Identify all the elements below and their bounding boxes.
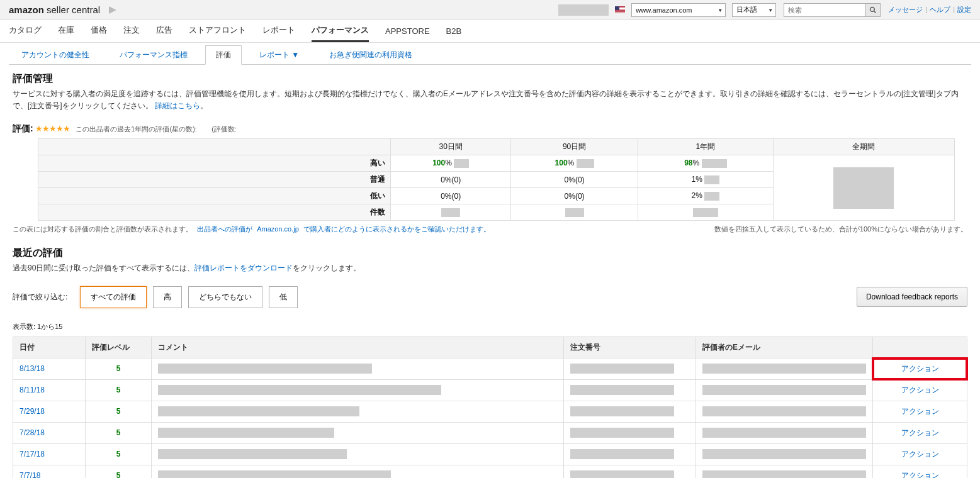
feedback-comment xyxy=(152,401,564,422)
feedback-level: 5 xyxy=(86,401,152,422)
subnav-item-1[interactable]: パフォーマンス指標 xyxy=(120,46,188,64)
stats-row-label: 高い xyxy=(38,155,391,172)
filter-button-0[interactable]: すべての評価 xyxy=(80,286,147,308)
feedback-email xyxy=(696,401,873,422)
download-report-link[interactable]: 評価レポートをダウンロード xyxy=(194,264,293,272)
svg-point-8 xyxy=(870,7,874,11)
feedback-row: 7/7/185アクション xyxy=(13,465,967,478)
display-info-link[interactable]: で購入者にどのように表示されるかをご確認いただけます。 xyxy=(303,225,490,233)
subnav-item-2[interactable]: 評価 xyxy=(205,45,242,65)
stats-header: 1年間 xyxy=(638,139,773,155)
mainnav-item-9[interactable]: B2B xyxy=(446,26,462,42)
feedback-row: 8/11/185アクション xyxy=(13,379,967,401)
feedback-header: コメント xyxy=(152,336,564,358)
stats-cell: 0%(0) xyxy=(511,172,638,188)
mainnav-item-3[interactable]: 注文 xyxy=(123,25,140,42)
feedback-order xyxy=(564,443,696,465)
svg-rect-7 xyxy=(615,6,619,10)
mainnav-item-1[interactable]: 在庫 xyxy=(58,25,74,42)
stats-header: 30日間 xyxy=(391,139,511,155)
stats-cell: 1% xyxy=(638,172,773,188)
mainnav-item-4[interactable]: 広告 xyxy=(156,25,172,42)
download-feedback-button[interactable]: Download feedback reports xyxy=(857,287,967,307)
stats-cell: 0%(0) xyxy=(391,188,511,204)
settings-link[interactable]: 設定 xyxy=(957,6,971,13)
feedback-action-link[interactable]: アクション xyxy=(901,386,939,394)
stats-cell xyxy=(511,204,638,221)
feedback-action-link[interactable]: アクション xyxy=(901,428,939,437)
feedback-row: 7/29/185アクション xyxy=(13,401,967,422)
subnav-item-0[interactable]: アカウントの健全性 xyxy=(21,46,89,64)
mainnav-item-5[interactable]: ストアフロント xyxy=(189,25,246,42)
feedback-action-link[interactable]: アクション xyxy=(901,364,939,373)
search-button[interactable] xyxy=(865,3,881,17)
help-link[interactable]: ヘルプ xyxy=(930,6,950,13)
filter-button-3[interactable]: 低 xyxy=(269,286,298,308)
feedback-header: 評価者のEメール xyxy=(696,336,873,358)
seller-name-redacted xyxy=(558,4,609,16)
feedback-email xyxy=(696,358,873,379)
feedback-header: 評価レベル xyxy=(86,336,152,358)
feedback-level: 5 xyxy=(86,443,152,465)
feedback-order xyxy=(564,379,696,401)
feedback-date-link[interactable]: 7/7/18 xyxy=(20,471,40,478)
amazon-jp-link[interactable]: Amazon.co.jp xyxy=(257,225,299,233)
mainnav-item-2[interactable]: 価格 xyxy=(91,25,107,42)
mainnav-item-0[interactable]: カタログ xyxy=(9,25,42,42)
stats-note-left: この表には対応する評価の割合と評価数が表示されます。 出品者への評価が Amaz… xyxy=(13,225,490,234)
svg-rect-5 xyxy=(615,11,625,11)
stats-cell xyxy=(638,204,773,221)
us-flag-icon xyxy=(615,6,625,13)
feedback-order xyxy=(564,358,696,379)
feedback-action-link[interactable]: アクション xyxy=(901,450,939,459)
filter-button-1[interactable]: 高 xyxy=(153,286,182,308)
stats-row-label: 普通 xyxy=(38,172,391,188)
stats-row-label: 低い xyxy=(38,188,391,204)
feedback-date-link[interactable]: 7/29/18 xyxy=(20,407,45,416)
feedback-level: 5 xyxy=(86,358,152,379)
feedback-email xyxy=(696,443,873,465)
stats-header: 全期間 xyxy=(773,139,954,155)
filter-button-2[interactable]: どちらでもない xyxy=(188,286,262,308)
detail-link[interactable]: 詳細はこちら xyxy=(155,101,200,110)
logo: amazon seller central xyxy=(9,4,100,15)
sub-nav: アカウントの健全性パフォーマンス指標評価レポート ▼お急ぎ便関連の利用資格 xyxy=(0,43,980,64)
search-input[interactable] xyxy=(784,3,865,17)
feedback-order xyxy=(564,422,696,443)
messages-link[interactable]: メッセージ xyxy=(888,6,923,13)
recent-description: 過去90日間に受け取った評価をすべて表示するには、評価レポートをダウンロードをク… xyxy=(13,262,967,274)
mainnav-item-7[interactable]: パフォーマンス xyxy=(312,25,369,42)
stats-alltime-redacted xyxy=(773,155,954,221)
mainnav-item-8[interactable]: APPSTORE xyxy=(385,26,430,42)
mainnav-item-6[interactable]: レポート xyxy=(262,25,295,42)
feedback-level: 5 xyxy=(86,465,152,478)
page-description: サービスに対する購入者の満足度を追跡するには、評価管理機能を使用します。短期およ… xyxy=(13,88,967,112)
marketplace-select[interactable]: www.amazon.com xyxy=(631,3,726,17)
feedback-level: 5 xyxy=(86,379,152,401)
top-bar: amazon seller central www.amazon.com 日本語… xyxy=(0,0,980,20)
feedback-level: 5 xyxy=(86,422,152,443)
feedback-date-link[interactable]: 7/28/18 xyxy=(20,428,45,437)
feedback-date-link[interactable]: 8/13/18 xyxy=(20,364,45,373)
feedback-comment xyxy=(152,443,564,465)
feedback-comment xyxy=(152,379,564,401)
flag-icon xyxy=(109,6,121,14)
subnav-item-4[interactable]: お急ぎ便関連の利用資格 xyxy=(329,46,412,64)
subnav-item-3[interactable]: レポート ▼ xyxy=(259,46,299,64)
feedback-row: 7/28/185アクション xyxy=(13,422,967,443)
filter-label: 評価で絞り込む: xyxy=(13,292,67,303)
feedback-date-link[interactable]: 7/17/18 xyxy=(20,450,45,459)
feedback-action-link[interactable]: アクション xyxy=(901,471,939,478)
seller-feedback-link[interactable]: 出品者への評価が xyxy=(197,225,252,233)
svg-marker-0 xyxy=(109,6,116,14)
stats-cell: 0%(0) xyxy=(511,188,638,204)
feedback-header: 日付 xyxy=(13,336,86,358)
feedback-date-link[interactable]: 8/11/18 xyxy=(20,386,45,394)
stats-row-label: 件数 xyxy=(38,204,391,221)
feedback-email xyxy=(696,379,873,401)
feedback-action-link[interactable]: アクション xyxy=(901,407,939,416)
rating-label: 評価: xyxy=(13,123,33,133)
stats-cell: 100% xyxy=(511,155,638,172)
language-select[interactable]: 日本語 xyxy=(732,3,776,17)
recent-title: 最近の評価 xyxy=(13,247,967,260)
